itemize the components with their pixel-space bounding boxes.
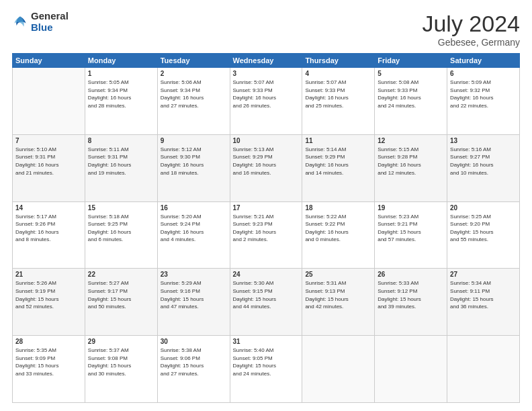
calendar-cell: 4Sunrise: 5:07 AM Sunset: 9:33 PM Daylig… xyxy=(302,68,375,135)
day-number: 31 xyxy=(233,338,300,345)
calendar-cell: 26Sunrise: 5:33 AM Sunset: 9:12 PM Dayli… xyxy=(375,269,447,336)
day-number: 18 xyxy=(305,204,371,212)
day-of-week-header: Tuesday xyxy=(157,54,230,68)
calendar-week-row: 28Sunrise: 5:35 AM Sunset: 9:09 PM Dayli… xyxy=(13,336,520,403)
calendar-cell: 31Sunrise: 5:40 AM Sunset: 9:05 PM Dayli… xyxy=(230,336,302,403)
day-number: 1 xyxy=(88,70,154,77)
logo-line1: General xyxy=(31,11,69,22)
day-number: 9 xyxy=(161,137,227,144)
logo-line2: Blue xyxy=(31,22,69,34)
day-of-week-header: Monday xyxy=(85,54,157,68)
calendar-cell xyxy=(375,336,447,403)
day-of-week-header: Thursday xyxy=(302,54,375,68)
calendar-header-row: SundayMondayTuesdayWednesdayThursdayFrid… xyxy=(13,54,520,68)
header: General Blue July 2024 Gebesee, Germany xyxy=(12,11,520,48)
calendar-cell: 10Sunrise: 5:13 AM Sunset: 9:29 PM Dayli… xyxy=(230,134,302,201)
day-info: Sunrise: 5:07 AM Sunset: 9:33 PM Dayligh… xyxy=(233,79,300,109)
day-number: 25 xyxy=(305,271,371,278)
calendar-cell xyxy=(13,68,85,135)
day-info: Sunrise: 5:25 AM Sunset: 9:20 PM Dayligh… xyxy=(450,213,517,244)
calendar-cell: 13Sunrise: 5:16 AM Sunset: 9:27 PM Dayli… xyxy=(447,134,520,201)
day-number: 20 xyxy=(450,204,517,212)
calendar-cell: 17Sunrise: 5:21 AM Sunset: 9:23 PM Dayli… xyxy=(230,201,302,269)
day-info: Sunrise: 5:22 AM Sunset: 9:22 PM Dayligh… xyxy=(305,213,371,244)
day-info: Sunrise: 5:18 AM Sunset: 9:25 PM Dayligh… xyxy=(88,213,154,244)
calendar-cell: 14Sunrise: 5:17 AM Sunset: 9:26 PM Dayli… xyxy=(13,201,85,269)
calendar-cell: 23Sunrise: 5:29 AM Sunset: 9:16 PM Dayli… xyxy=(157,269,230,336)
day-info: Sunrise: 5:07 AM Sunset: 9:33 PM Dayligh… xyxy=(305,79,371,109)
day-info: Sunrise: 5:27 AM Sunset: 9:17 PM Dayligh… xyxy=(88,279,154,310)
day-info: Sunrise: 5:20 AM Sunset: 9:24 PM Dayligh… xyxy=(161,213,227,244)
calendar-cell: 24Sunrise: 5:30 AM Sunset: 9:15 PM Dayli… xyxy=(230,269,302,336)
calendar-cell: 16Sunrise: 5:20 AM Sunset: 9:24 PM Dayli… xyxy=(157,201,230,269)
day-number: 29 xyxy=(88,338,154,345)
calendar-cell: 18Sunrise: 5:22 AM Sunset: 9:22 PM Dayli… xyxy=(302,201,375,269)
day-info: Sunrise: 5:14 AM Sunset: 9:29 PM Dayligh… xyxy=(305,146,371,177)
calendar-cell xyxy=(447,336,520,403)
calendar-week-row: 21Sunrise: 5:26 AM Sunset: 9:19 PM Dayli… xyxy=(13,269,520,336)
day-info: Sunrise: 5:15 AM Sunset: 9:28 PM Dayligh… xyxy=(378,146,444,177)
day-info: Sunrise: 5:06 AM Sunset: 9:34 PM Dayligh… xyxy=(161,79,227,109)
day-info: Sunrise: 5:29 AM Sunset: 9:16 PM Dayligh… xyxy=(161,279,227,310)
day-number: 21 xyxy=(15,271,82,278)
day-info: Sunrise: 5:09 AM Sunset: 9:32 PM Dayligh… xyxy=(450,79,517,109)
day-info: Sunrise: 5:08 AM Sunset: 9:33 PM Dayligh… xyxy=(378,79,444,109)
day-info: Sunrise: 5:11 AM Sunset: 9:31 PM Dayligh… xyxy=(88,146,154,177)
day-of-week-header: Sunday xyxy=(13,54,85,68)
day-info: Sunrise: 5:05 AM Sunset: 9:34 PM Dayligh… xyxy=(88,79,154,109)
day-number: 4 xyxy=(305,70,371,77)
day-number: 17 xyxy=(233,204,300,212)
day-info: Sunrise: 5:10 AM Sunset: 9:31 PM Dayligh… xyxy=(15,146,82,177)
day-number: 16 xyxy=(161,204,227,212)
calendar-cell: 3Sunrise: 5:07 AM Sunset: 9:33 PM Daylig… xyxy=(230,68,302,135)
day-number: 5 xyxy=(378,70,444,77)
day-number: 13 xyxy=(450,137,517,144)
location-title: Gebesee, Germany xyxy=(422,37,520,48)
calendar-cell: 1Sunrise: 5:05 AM Sunset: 9:34 PM Daylig… xyxy=(85,68,157,135)
day-info: Sunrise: 5:23 AM Sunset: 9:21 PM Dayligh… xyxy=(378,213,444,244)
calendar-cell: 9Sunrise: 5:12 AM Sunset: 9:30 PM Daylig… xyxy=(157,134,230,201)
calendar-cell: 21Sunrise: 5:26 AM Sunset: 9:19 PM Dayli… xyxy=(13,269,85,336)
calendar-cell xyxy=(302,336,375,403)
day-info: Sunrise: 5:13 AM Sunset: 9:29 PM Dayligh… xyxy=(233,146,300,177)
calendar-week-row: 7Sunrise: 5:10 AM Sunset: 9:31 PM Daylig… xyxy=(13,134,520,201)
logo-text: General Blue xyxy=(31,11,69,33)
day-number: 30 xyxy=(161,338,227,345)
day-info: Sunrise: 5:30 AM Sunset: 9:15 PM Dayligh… xyxy=(233,279,300,310)
day-number: 8 xyxy=(88,137,154,144)
day-info: Sunrise: 5:34 AM Sunset: 9:11 PM Dayligh… xyxy=(450,279,517,310)
day-number: 12 xyxy=(378,137,444,144)
calendar-cell: 28Sunrise: 5:35 AM Sunset: 9:09 PM Dayli… xyxy=(13,336,85,403)
calendar-cell: 15Sunrise: 5:18 AM Sunset: 9:25 PM Dayli… xyxy=(85,201,157,269)
calendar-cell: 25Sunrise: 5:31 AM Sunset: 9:13 PM Dayli… xyxy=(302,269,375,336)
day-number: 23 xyxy=(161,271,227,278)
day-number: 19 xyxy=(378,204,444,212)
calendar-cell: 2Sunrise: 5:06 AM Sunset: 9:34 PM Daylig… xyxy=(157,68,230,135)
day-info: Sunrise: 5:17 AM Sunset: 9:26 PM Dayligh… xyxy=(15,213,82,244)
day-info: Sunrise: 5:12 AM Sunset: 9:30 PM Dayligh… xyxy=(161,146,227,177)
calendar-cell: 30Sunrise: 5:38 AM Sunset: 9:06 PM Dayli… xyxy=(157,336,230,403)
day-number: 22 xyxy=(88,271,154,278)
day-number: 26 xyxy=(378,271,444,278)
day-number: 24 xyxy=(233,271,300,278)
calendar-cell: 27Sunrise: 5:34 AM Sunset: 9:11 PM Dayli… xyxy=(447,269,520,336)
day-of-week-header: Friday xyxy=(375,54,447,68)
day-number: 6 xyxy=(450,70,517,77)
day-of-week-header: Wednesday xyxy=(230,54,302,68)
day-number: 7 xyxy=(15,137,82,144)
day-number: 11 xyxy=(305,137,371,144)
day-info: Sunrise: 5:38 AM Sunset: 9:06 PM Dayligh… xyxy=(161,347,227,377)
calendar-cell: 6Sunrise: 5:09 AM Sunset: 9:32 PM Daylig… xyxy=(447,68,520,135)
title-block: July 2024 Gebesee, Germany xyxy=(422,11,520,48)
day-info: Sunrise: 5:33 AM Sunset: 9:12 PM Dayligh… xyxy=(378,279,444,310)
day-info: Sunrise: 5:37 AM Sunset: 9:08 PM Dayligh… xyxy=(88,347,154,377)
calendar-cell: 7Sunrise: 5:10 AM Sunset: 9:31 PM Daylig… xyxy=(13,134,85,201)
calendar-cell: 20Sunrise: 5:25 AM Sunset: 9:20 PM Dayli… xyxy=(447,201,520,269)
day-info: Sunrise: 5:31 AM Sunset: 9:13 PM Dayligh… xyxy=(305,279,371,310)
page: General Blue July 2024 Gebesee, Germany … xyxy=(0,0,532,411)
day-number: 2 xyxy=(161,70,227,77)
logo-icon xyxy=(12,14,28,30)
calendar-week-row: 14Sunrise: 5:17 AM Sunset: 9:26 PM Dayli… xyxy=(13,201,520,269)
day-number: 3 xyxy=(233,70,300,77)
month-title: July 2024 xyxy=(422,11,520,37)
